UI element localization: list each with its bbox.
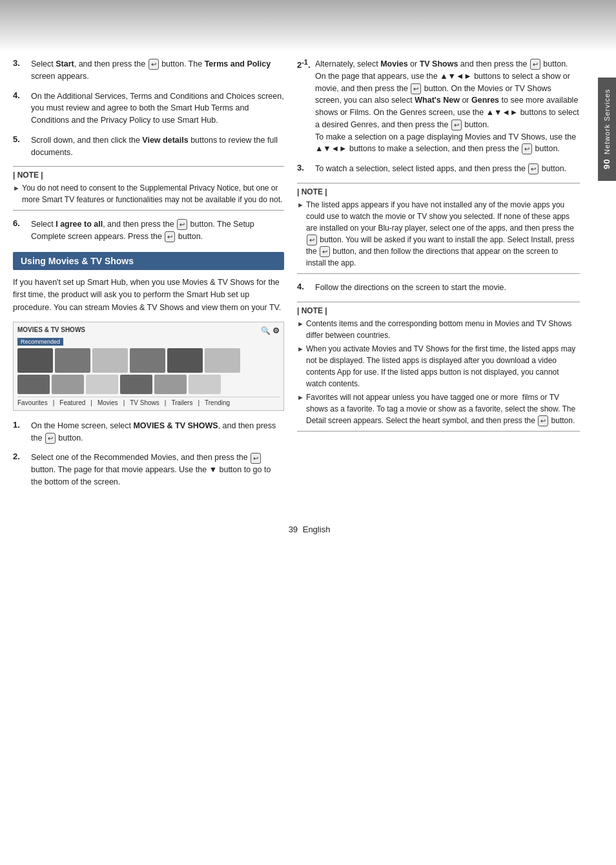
mockup-thumb [55, 348, 90, 373]
page-content: 3. Select Start, and then press the ↩ bu… [0, 52, 616, 509]
mockup-row-1 [17, 348, 280, 373]
button-icon: ↩ [320, 246, 330, 257]
step-number-2-1: 2-1. [297, 58, 315, 70]
button-icon: ↩ [538, 415, 548, 426]
note-item-3-2: ► When you activate Movies and TV Shows … [297, 343, 580, 390]
step-number-4: 4. [13, 90, 31, 100]
note-text-2-1: The listed apps appears if you have not … [306, 199, 580, 269]
step-number-2l: 2. [13, 452, 31, 461]
nav-favourites[interactable]: Favourites [17, 399, 48, 406]
section-header-movies-tv: Using Movies & TV Shows [13, 252, 284, 270]
page-num-text: 39 [289, 525, 298, 534]
nav-sep: | [165, 399, 167, 406]
note-text-3-3: Favorites will not appear unless you hav… [306, 391, 580, 426]
mockup-nav: Favourites | Featured | Movies | TV Show… [17, 397, 280, 406]
nav-sep: | [198, 399, 200, 406]
note-label-3: | NOTE | [297, 306, 580, 315]
button-icon: ↩ [522, 143, 532, 154]
step-4-right: 4. Follow the directions on the screen t… [297, 282, 580, 294]
button-icon: ↩ [530, 59, 540, 70]
note-text-1: You do not need to consent to the Supple… [22, 182, 284, 205]
step-2l-content: Select one of the Recommended Movies, an… [31, 452, 284, 488]
step-3-right: 3. To watch a selection, select listed a… [297, 163, 580, 175]
mockup-thumb-sm [52, 375, 84, 394]
nav-movies[interactable]: Movies [98, 399, 118, 406]
step-5-content: Scroll down, and then click the View det… [31, 134, 284, 159]
nav-trending[interactable]: Trending [205, 399, 230, 406]
right-column: 2-1. Alternately, select Movies or TV Sh… [297, 58, 603, 496]
note-item-2-1: ► The listed apps appears if you have no… [297, 199, 580, 269]
step-3-content: Select Start, and then press the ↩ butto… [31, 58, 284, 83]
mockup-thumb-sm [86, 375, 118, 394]
chapter-number: 06 [602, 160, 612, 170]
button-icon: ↩ [411, 83, 421, 94]
nav-sep: | [123, 399, 125, 406]
note-label-2: | NOTE | [297, 187, 580, 196]
mockup-thumb [17, 348, 53, 373]
mockup-thumb-sm [189, 375, 221, 394]
nav-featured[interactable]: Featured [59, 399, 85, 406]
mockup-thumb [130, 348, 165, 373]
tv-shows-mockup: MOVIES & TV SHOWS 🔍 ⚙ Recommended [13, 322, 284, 411]
step-number-5: 5. [13, 134, 31, 144]
note-item-3-1: ► Contents items and the corresponding b… [297, 318, 580, 341]
note-item-3-3: ► Favorites will not appear unless you h… [297, 391, 580, 426]
note-block-3: | NOTE | ► Contents items and the corres… [297, 302, 580, 432]
mockup-thumb [167, 348, 203, 373]
step-6-content: Select I agree to all, and then press th… [31, 218, 284, 243]
page-number: 39 English [0, 522, 616, 542]
step-1l-content: On the Home screen, select MOVIES & TV S… [31, 420, 284, 444]
step-number-6: 6. [13, 218, 31, 228]
step-5: 5. Scroll down, and then click the View … [13, 134, 284, 159]
mockup-thumb [205, 348, 240, 373]
step-2-lower: 2. Select one of the Recommended Movies,… [13, 452, 284, 488]
intro-paragraph: If you haven't set up Smart Hub, when yo… [13, 276, 284, 314]
button-icon: ↩ [149, 59, 159, 70]
left-column: 3. Select Start, and then press the ↩ bu… [13, 58, 284, 496]
note-text-3-1: Contents items and the corresponding bot… [306, 318, 580, 341]
mockup-thumb-sm [17, 375, 50, 394]
mockup-thumb-sm [120, 375, 152, 394]
mockup-title: MOVIES & TV SHOWS 🔍 ⚙ [17, 326, 280, 335]
step-number-3: 3. [13, 58, 31, 68]
side-tab: 06 Network Services [598, 78, 616, 181]
mockup-thumb-sm [154, 375, 187, 394]
button-icon: ↩ [177, 219, 187, 230]
note-text-3-2: When you activate Movies and TV Shows fo… [306, 343, 580, 390]
note-block-1: | NOTE | ► You do not need to consent to… [13, 166, 284, 211]
note-block-2: | NOTE | ► The listed apps appears if yo… [297, 183, 580, 275]
button-icon: ↩ [45, 433, 56, 444]
step-4-content: On the Additional Services, Terms and Co… [31, 90, 284, 127]
step-1-lower: 1. On the Home screen, select MOVIES & T… [13, 420, 284, 444]
chapter-title: Network Services [603, 89, 611, 154]
step-2-1: 2-1. Alternately, select Movies or TV Sh… [297, 58, 580, 155]
step-3: 3. Select Start, and then press the ↩ bu… [13, 58, 284, 83]
note-item-1: ► You do not need to consent to the Supp… [13, 182, 284, 205]
button-icon: ↩ [451, 120, 462, 130]
step-2-1-content: Alternately, select Movies or TV Shows a… [315, 58, 580, 155]
note-label-1: | NOTE | [13, 171, 284, 180]
step-number-1l: 1. [13, 420, 31, 430]
note-bullet: ► [297, 392, 306, 403]
nav-tv-shows[interactable]: TV Shows [130, 399, 159, 406]
step-number-4r: 4. [297, 282, 315, 291]
step-3r-content: To watch a selection, select listed apps… [315, 163, 580, 175]
step-6: 6. Select I agree to all, and then press… [13, 218, 284, 243]
nav-sep: | [53, 399, 55, 406]
button-icon: ↩ [251, 453, 261, 464]
button-icon: ↩ [528, 163, 539, 174]
page-lang: English [300, 525, 330, 534]
nav-sep: | [90, 399, 92, 406]
page-header [0, 0, 616, 52]
nav-trailers[interactable]: Trailers [171, 399, 192, 406]
button-icon: ↩ [165, 231, 175, 242]
step-number-3r: 3. [297, 163, 315, 172]
note-bullet: ► [13, 183, 22, 194]
note-bullet: ► [297, 344, 306, 355]
note-bullet: ► [297, 200, 306, 211]
mockup-thumb [92, 348, 128, 373]
mockup-tag: Recommended [17, 338, 63, 346]
mockup-row-2 [17, 375, 280, 394]
step-4: 4. On the Additional Services, Terms and… [13, 90, 284, 127]
step-4r-content: Follow the directions on the screen to s… [315, 282, 580, 294]
